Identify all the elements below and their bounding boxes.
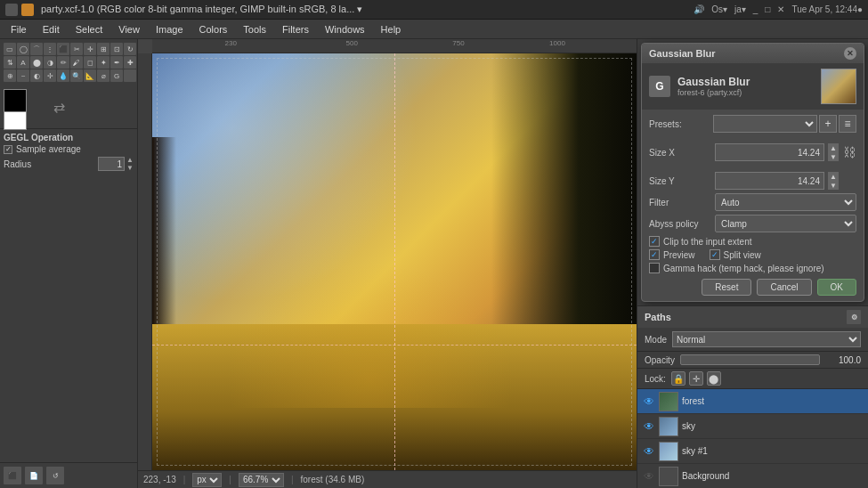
opacity-slider[interactable] [680,354,820,365]
menu-view[interactable]: View [111,22,147,37]
lock-alpha-icon[interactable]: ⬤ [707,371,721,386]
filter-select[interactable]: Auto IIR RLE [715,193,856,211]
menu-edit[interactable]: Edit [36,22,67,37]
tool-text[interactable]: A [17,56,29,69]
ok-button[interactable]: OK [817,279,856,296]
tool-align[interactable]: ⊞ [97,43,110,55]
gamma-checkbox[interactable] [649,263,660,273]
preview-checkbox[interactable]: ✓ [649,249,660,260]
lock-position-icon[interactable]: ✛ [689,371,703,386]
canvas-container[interactable] [152,53,637,470]
tool-scissors[interactable]: ✂ [70,43,83,55]
paths-settings-icon[interactable]: ⚙ [847,310,861,324]
menu-filters[interactable]: Filters [275,22,316,37]
tool-bucket-fill[interactable]: ⬤ [30,56,43,69]
dialog-close-button[interactable]: ✕ [844,47,856,60]
size-x-down[interactable]: ▼ [828,152,839,161]
menu-colors[interactable]: Colors [192,22,235,37]
tool-paintbrush[interactable]: 🖌 [70,56,83,69]
tool-eraser[interactable]: ◻ [84,56,96,69]
tool-color-picker[interactable]: 💧 [57,69,69,82]
menu-select[interactable]: Select [69,22,110,37]
tool-select-color[interactable]: ⬛ [57,43,69,55]
zoom-select[interactable]: 66.7% [239,473,284,487]
tool-heal[interactable]: ✚ [124,56,136,69]
tool-flip[interactable]: ⇅ [4,56,16,69]
tool-foot-1[interactable]: ⬛ [4,467,21,484]
layer-row[interactable]: 👁 sky #1 [637,439,868,464]
tool-move[interactable]: ✛ [84,43,96,55]
size-y-input[interactable] [715,172,824,190]
minimize-icon[interactable]: _ [753,4,758,14]
close-icon[interactable]: ✕ [777,4,784,14]
tool-fuzzy-select[interactable]: ⋮ [44,43,56,55]
presets-select[interactable] [713,115,817,133]
menu-file[interactable]: File [4,22,34,37]
clip-checkbox[interactable]: ✓ [649,236,660,247]
opacity-value: 100.0 [825,355,861,365]
tool-airbrush[interactable]: ✦ [97,56,110,69]
tool-rect-select[interactable]: ▭ [4,43,16,55]
tool-gegl-op[interactable]: G [110,69,123,82]
tool-pencil[interactable]: ✏ [57,56,69,69]
tool-measure[interactable]: 📐 [84,69,96,82]
menu-image[interactable]: Image [149,22,191,37]
toolbox: ▭ ◯ ⌒ ⋮ ⬛ ✂ ✛ ⊞ ⊡ ↻ ⇅ A ⬤ ◑ ✏ 🖌 ◻ ✦ ✒ ✚ … [0,39,138,488]
tool-ellipse-select[interactable]: ◯ [17,43,29,55]
layer-visibility-sky1[interactable]: 👁 [643,445,655,458]
tool-transform[interactable]: ↻ [124,43,136,55]
presets-row: Presets: + ≡ [649,115,856,133]
unit-select[interactable]: px [192,473,222,487]
tool-ink[interactable]: ✒ [110,56,123,69]
cancel-button[interactable]: Cancel [757,279,811,296]
preset-menu-button[interactable]: ≡ [839,115,856,133]
mode-select[interactable]: Normal [672,331,861,347]
tool-crop[interactable]: ⊡ [110,43,123,55]
tool-dodge-burn[interactable]: ◐ [30,69,43,82]
layer-visibility-sky[interactable]: 👁 [643,420,655,433]
size-x-spinner[interactable]: ▲ ▼ [828,143,839,161]
menu-help[interactable]: Help [374,22,409,37]
gegl-checkbox[interactable]: ✓ [4,145,12,154]
swap-colors-icon[interactable]: ⇄ [53,99,65,116]
layer-row[interactable]: 👁 forest [637,389,868,414]
lock-label: Lock: [645,374,666,384]
size-y-down[interactable]: ▼ [828,181,839,190]
menu-bar: File Edit Select View Image Colors Tools… [0,20,868,39]
fg-bg-colors: ⇄ [0,85,137,128]
radius-input[interactable] [98,157,125,171]
layer-row[interactable]: 👁 sky [637,414,868,439]
tool-blend[interactable]: ◑ [44,56,56,69]
preset-add-button[interactable]: + [819,115,837,133]
tool-warp[interactable]: ⌀ [97,69,110,82]
tool-spare[interactable] [124,69,136,82]
split-checkbox[interactable]: ✓ [710,249,720,260]
lock-pixels-icon[interactable]: 🔒 [671,371,685,386]
size-x-input[interactable] [715,143,824,161]
main-area: ▭ ◯ ⌒ ⋮ ⬛ ✂ ✛ ⊞ ⊡ ↻ ⇅ A ⬤ ◑ ✏ 🖌 ◻ ✦ ✒ ✚ … [0,39,868,488]
maximize-icon[interactable]: □ [765,4,770,14]
tool-smudge[interactable]: ~ [17,69,29,82]
size-x-up[interactable]: ▲ [828,143,839,152]
layer-row[interactable]: 👁 Background [637,464,868,488]
chain-link-icon[interactable]: ⛓ [842,136,856,168]
tool-path[interactable]: ✢ [44,69,56,82]
radius-row: Radius ▲▼ [4,156,134,172]
radius-spinner[interactable]: ▲▼ [126,156,134,172]
reset-button[interactable]: Reset [702,279,751,296]
tool-foot-2[interactable]: 📄 [25,467,43,484]
layer-visibility-bg[interactable]: 👁 [643,470,655,483]
tool-foot-3[interactable]: ↺ [46,467,64,484]
menu-tools[interactable]: Tools [236,22,273,37]
tool-zoom[interactable]: 🔍 [70,69,83,82]
foreground-color[interactable] [4,89,27,112]
layer-visibility-forest[interactable]: 👁 [643,395,655,408]
radius-label: Radius [4,159,96,169]
menu-windows[interactable]: Windows [318,22,372,37]
abyss-select[interactable]: Clamp None Loop [715,215,856,232]
size-y-up[interactable]: ▲ [828,172,839,181]
tool-free-select[interactable]: ⌒ [30,43,43,55]
size-y-spinner[interactable]: ▲ ▼ [828,172,839,190]
layer-name-sky: sky [682,421,695,431]
tool-clone[interactable]: ⊕ [4,69,16,82]
